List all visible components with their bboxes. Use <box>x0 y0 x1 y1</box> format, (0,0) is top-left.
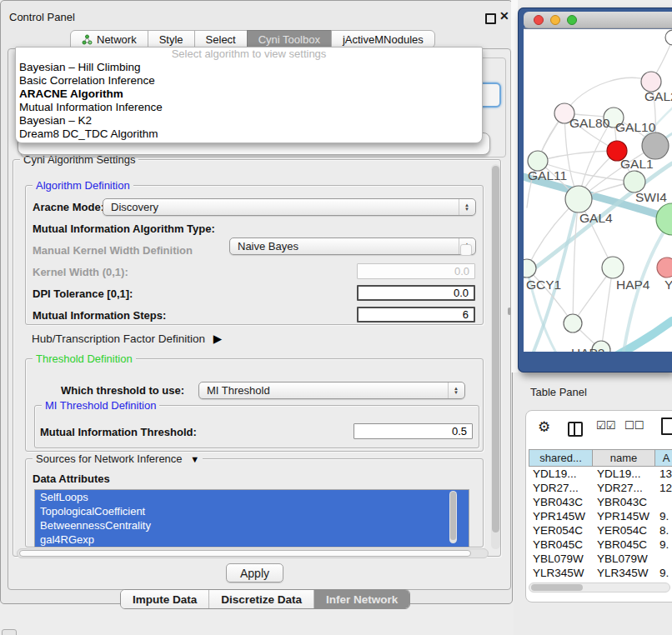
columns-icon[interactable] <box>568 422 583 437</box>
mi-algorithm-type-combo[interactable]: Naive Bayes ▲▼ <box>229 238 476 255</box>
zoom-button[interactable] <box>568 16 577 25</box>
algorithm-item-bayesian-hill-climbing[interactable]: Bayesian – Hill Climbing <box>16 61 482 74</box>
column-header-name[interactable]: name <box>593 449 655 467</box>
column-header-shared[interactable]: shared... <box>529 449 593 467</box>
apply-button[interactable]: Apply <box>226 563 283 582</box>
collapsed-arrow-icon: ▶ <box>213 332 222 345</box>
bottom-tab-bar: Impute DataDiscretize DataInfer Network <box>120 589 410 609</box>
hub-definition-toggle[interactable]: Hub/Transcription Factor Definition ▶ <box>32 332 222 345</box>
attribute-item-selfloops[interactable]: SelfLoops <box>35 490 469 504</box>
mi-steps-field[interactable] <box>357 307 475 322</box>
table-cell: 12 <box>655 481 672 495</box>
network-view-window[interactable]: GAL2GAL80GAL10GAL1GAL11SWI4GAL4GCY1HAP4Y… <box>518 8 672 372</box>
bottom-left-partial-button[interactable] <box>2 629 17 635</box>
export-table-icon[interactable] <box>661 418 672 435</box>
tab-select[interactable]: Select <box>194 30 248 48</box>
table-row[interactable]: YBL079WYBL079W <box>529 552 672 566</box>
attribute-item-betweennesscentrality[interactable]: BetweennessCentrality <box>35 518 469 532</box>
tab-network[interactable]: Network <box>70 30 148 48</box>
mi-threshold-field[interactable] <box>354 423 473 439</box>
table-cell: YLR345W <box>593 566 655 580</box>
attribute-item-gal4rgexp[interactable]: gal4RGexp <box>35 532 469 547</box>
attributes-vscrollbar-thumb[interactable] <box>450 492 456 540</box>
node-label-gal2: GAL2 <box>644 89 672 103</box>
table-row[interactable]: YER054CYER054C8. <box>529 523 672 538</box>
table-panel: ⚙ ☑☑ ☐☐ shared...nameA YDL19...YDL19...1… <box>525 410 672 602</box>
table-row[interactable]: YDL19...YDL19...13 <box>529 467 672 481</box>
tab-infer-network[interactable]: Infer Network <box>313 590 409 608</box>
table-cell: YPR145W <box>593 509 655 523</box>
tab-cyni-toolbox[interactable]: Cyni Toolbox <box>247 30 332 48</box>
node-label-gcy1: GCY1 <box>526 278 561 292</box>
sources-title[interactable]: Sources for Network Inference ▼ <box>33 452 203 465</box>
aracne-mode-combo[interactable]: Discovery ▲▼ <box>103 198 476 216</box>
node-label-swi4: SWI4 <box>635 190 667 204</box>
settings-vscrollbar-thumb[interactable] <box>492 166 499 532</box>
tab-label: Cyni Toolbox <box>258 33 320 46</box>
tab-jactivemnodules[interactable]: jActiveMNodules <box>331 30 435 48</box>
table-row[interactable]: YBR043CYBR043C <box>529 495 672 509</box>
settings-hscrollbar-thumb[interactable] <box>19 550 471 557</box>
sources-group: Sources for Network Inference ▼ Data Att… <box>25 458 484 548</box>
tab-discretize-data[interactable]: Discretize Data <box>208 590 313 608</box>
float-window-icon[interactable] <box>485 13 496 24</box>
select-all-icon[interactable]: ☑☑ <box>596 419 615 432</box>
algorithm-list: Bayesian – Hill ClimbingBasic Correlatio… <box>16 61 482 141</box>
algorithm-select-placeholder: Select algorithm to view settings <box>16 48 482 61</box>
tab-impute-data[interactable]: Impute Data <box>121 590 208 608</box>
dpi-tolerance-label: DPI Tolerance [0,1]: <box>33 288 133 300</box>
settings-vscrollbar[interactable] <box>491 164 500 549</box>
table-cell: YDR27... <box>529 481 593 495</box>
algorithm-item-aracne-algorithm[interactable]: ARACNE Algorithm <box>16 88 482 101</box>
attribute-item-topologicalcoefficient[interactable]: TopologicalCoefficient <box>35 504 469 518</box>
table-row[interactable]: YPR145WYPR145W9. <box>529 509 672 523</box>
which-threshold-combo[interactable]: MI Threshold ▲▼ <box>198 382 465 399</box>
table-cell: YDR27... <box>593 481 655 495</box>
kernel-width-field[interactable] <box>357 263 475 279</box>
table-cell: YBR043C <box>529 495 593 509</box>
algorithm-item-mutual-information-inference[interactable]: Mutual Information Inference <box>16 101 482 114</box>
table-row[interactable]: YLR345WYLR345W9. <box>529 566 672 580</box>
table-cell: YDL19... <box>529 467 593 481</box>
deselect-all-icon[interactable]: ☐☐ <box>624 419 644 432</box>
algorithm-item-dream8-dc-tdc-algorithm[interactable]: Dream8 DC_TDC Algorithm <box>16 128 482 141</box>
mi-algorithm-type-value: Naive Bayes <box>238 240 298 252</box>
manual-kernel-checkbox[interactable] <box>460 244 472 256</box>
network-icon <box>82 34 93 45</box>
node-label-gal10: GAL10 <box>615 120 656 134</box>
mi-threshold-group-title: MI Threshold Definition <box>42 399 159 412</box>
expanded-arrow-icon: ▼ <box>190 454 199 464</box>
table-hscrollbar-thumb[interactable] <box>531 584 583 591</box>
network-node[interactable] <box>565 186 592 212</box>
network-node[interactable] <box>642 132 669 159</box>
table-row[interactable]: YBR045CYBR045C9. <box>529 538 672 552</box>
table-cell: YBL079W <box>529 552 593 566</box>
table-cell <box>655 495 672 509</box>
split-pane-handle[interactable] <box>508 308 511 315</box>
attributes-vscrollbar[interactable] <box>449 491 457 543</box>
tab-style[interactable]: Style <box>148 30 195 48</box>
table-cell: YPR145W <box>529 509 593 523</box>
network-node[interactable] <box>602 257 624 278</box>
close-icon[interactable]: ✕ <box>499 9 509 22</box>
which-threshold-value: MI Threshold <box>207 384 270 397</box>
node-label-gal4: GAL4 <box>579 211 613 225</box>
gear-icon[interactable]: ⚙ <box>538 418 550 436</box>
table-row[interactable]: YDR27...YDR27...12 <box>529 481 672 495</box>
minimize-button[interactable] <box>551 16 560 25</box>
top-tab-bar: NetworkStyleSelectCyni ToolboxjActiveMNo… <box>70 30 435 48</box>
manual-kernel-label: Manual Kernel Width Definition <box>33 244 193 257</box>
dpi-tolerance-field[interactable] <box>357 285 475 301</box>
table-hscrollbar[interactable] <box>529 582 670 592</box>
data-attributes-list: SelfLoopsTopologicalCoefficientBetweenne… <box>34 489 469 548</box>
close-button[interactable] <box>534 16 544 25</box>
window-titlebar[interactable] <box>524 12 672 28</box>
settings-hscrollbar[interactable] <box>17 548 489 558</box>
algorithm-item-bayesian-k2[interactable]: Bayesian – K2 <box>16 114 482 128</box>
table-body: YDL19...YDL19...13YDR27...YDR27...12YBR0… <box>529 467 672 594</box>
algorithm-item-basic-correlation-inference[interactable]: Basic Correlation Inference <box>16 74 482 88</box>
column-header-a[interactable]: A <box>655 449 672 467</box>
network-node[interactable] <box>657 258 672 278</box>
network-node[interactable] <box>564 314 582 332</box>
threshold-definition-group: Threshold Definition Which threshold to … <box>25 358 484 452</box>
